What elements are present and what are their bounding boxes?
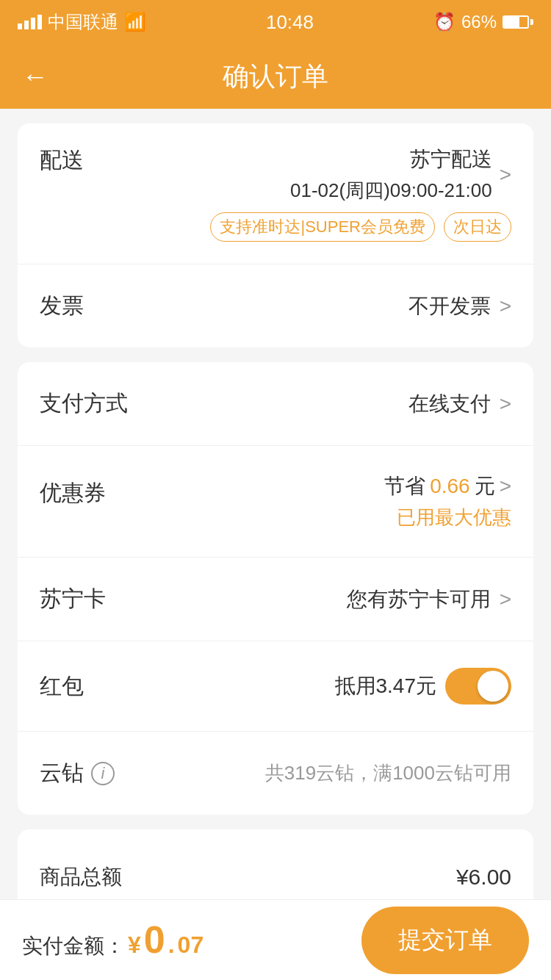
- delivery-right: 苏宁配送 01-02(周四)09:00-21:00 > 支持准时达|SUPER会…: [210, 145, 511, 242]
- delivery-label: 配送: [40, 145, 84, 176]
- yun-zuan-right: 共319云钻，满1000云钻可用: [265, 760, 511, 786]
- coupon-label: 优惠券: [40, 478, 106, 508]
- back-button[interactable]: ←: [22, 61, 48, 92]
- delivery-tag-2: 次日达: [444, 212, 511, 242]
- bottom-bar: 实付金额： ¥0.07 提交订单: [0, 899, 551, 980]
- payment-chevron: >: [500, 392, 511, 416]
- status-left: 中国联通 📶: [18, 10, 146, 34]
- actual-integer: 0: [144, 920, 165, 959]
- actual-label: 实付金额：: [22, 932, 125, 960]
- status-bar: 中国联通 📶 10:48 ⏰ 66%: [0, 0, 551, 44]
- coupon-saving-amount: 0.66: [430, 475, 470, 498]
- suning-card-label: 苏宁卡: [40, 584, 106, 614]
- toggle-knob: [478, 671, 508, 702]
- alarm-icon: ⏰: [433, 12, 455, 32]
- suning-card-right: 您有苏宁卡可用 >: [347, 586, 511, 613]
- coupon-saving-unit: 元: [475, 472, 495, 500]
- coupon-row[interactable]: 优惠券 节省0.66元 > 已用最大优惠: [18, 446, 533, 558]
- delivery-time: 01-02(周四)09:00-21:00: [290, 178, 492, 203]
- delivery-company: 苏宁配送: [290, 145, 492, 173]
- summary-total-label: 商品总额: [40, 863, 122, 891]
- payment-card: 支付方式 在线支付 > 优惠券 节省0.66元 > 已用最大优惠 苏宁卡 您有苏…: [18, 362, 533, 815]
- battery-icon: [503, 15, 533, 29]
- yun-zuan-value: 共319云钻，满1000云钻可用: [265, 760, 511, 786]
- coupon-sub-text: 已用最大优惠: [397, 505, 511, 530]
- wifi-icon: 📶: [124, 12, 146, 32]
- summary-total-row: 商品总额 ¥6.00: [40, 851, 511, 904]
- yun-zuan-row: 云钻 i 共319云钻，满1000云钻可用: [18, 732, 533, 815]
- red-packet-right: 抵用3.47元: [335, 668, 512, 705]
- yun-zuan-info-icon[interactable]: i: [91, 762, 115, 785]
- suning-card-chevron: >: [500, 588, 511, 611]
- invoice-row[interactable]: 发票 不开发票 >: [18, 264, 533, 347]
- delivery-chevron: >: [500, 163, 511, 187]
- carrier-label: 中国联通: [48, 10, 118, 34]
- coupon-saving-prefix: 节省: [384, 472, 425, 500]
- actual-decimal: 07: [178, 932, 204, 959]
- summary-total-value: ¥6.00: [456, 865, 511, 890]
- submit-button[interactable]: 提交订单: [361, 907, 529, 974]
- red-packet-row[interactable]: 红包 抵用3.47元: [18, 641, 533, 732]
- delivery-tag-1: 支持准时达|SUPER会员免费: [210, 212, 435, 242]
- coupon-chevron: >: [500, 475, 511, 498]
- signal-icon: [18, 15, 42, 29]
- delivery-invoice-card: 配送 苏宁配送 01-02(周四)09:00-21:00 > 支持准时达|SUP…: [18, 123, 533, 347]
- invoice-label: 发票: [40, 291, 84, 321]
- actual-amount-group: 实付金额： ¥0.07: [22, 920, 204, 960]
- suning-card-value: 您有苏宁卡可用: [347, 586, 491, 613]
- red-packet-label: 红包: [40, 671, 84, 702]
- yun-zuan-label-group: 云钻 i: [40, 758, 115, 788]
- actual-decimal-dot: .: [168, 932, 175, 959]
- delivery-tags: 支持准时达|SUPER会员免费 次日达: [210, 212, 511, 242]
- status-time: 10:48: [266, 11, 314, 34]
- delivery-main: 苏宁配送 01-02(周四)09:00-21:00 >: [290, 145, 511, 203]
- payment-right: 在线支付 >: [408, 390, 511, 418]
- yun-zuan-label: 云钻: [40, 758, 84, 788]
- red-packet-value: 抵用3.47元: [335, 672, 437, 700]
- invoice-right: 不开发票 >: [408, 292, 511, 320]
- red-packet-toggle[interactable]: [445, 668, 511, 705]
- status-right: ⏰ 66%: [433, 12, 533, 32]
- delivery-row[interactable]: 配送 苏宁配送 01-02(周四)09:00-21:00 > 支持准时达|SUP…: [18, 123, 533, 264]
- currency-symbol: ¥: [128, 932, 141, 959]
- suning-card-row[interactable]: 苏宁卡 您有苏宁卡可用 >: [18, 558, 533, 641]
- invoice-value: 不开发票: [408, 292, 491, 320]
- battery-percent: 66%: [461, 12, 497, 32]
- header: ← 确认订单: [0, 44, 551, 109]
- invoice-chevron: >: [500, 295, 511, 318]
- payment-row[interactable]: 支付方式 在线支付 >: [18, 362, 533, 446]
- payment-value: 在线支付: [408, 390, 491, 418]
- page-title: 确认订单: [223, 59, 328, 95]
- coupon-right: 节省0.66元 > 已用最大优惠: [384, 472, 511, 530]
- payment-label: 支付方式: [40, 389, 128, 419]
